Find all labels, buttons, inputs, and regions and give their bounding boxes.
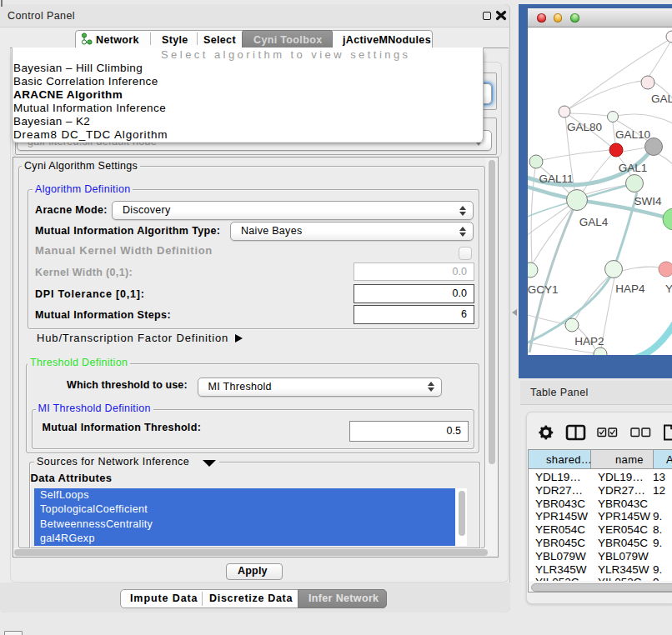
svg-text:GAL1: GAL1 xyxy=(619,162,648,174)
svg-text:GAL11: GAL11 xyxy=(539,172,573,185)
svg-text:HAP4: HAP4 xyxy=(615,282,645,295)
svg-text:GAL10: GAL10 xyxy=(615,128,650,141)
svg-text:HAP2: HAP2 xyxy=(574,335,604,348)
svg-text:GAL7: GAL7 xyxy=(651,92,672,105)
svg-text:GAL4: GAL4 xyxy=(579,216,609,228)
svg-text:SWI4: SWI4 xyxy=(634,195,661,208)
svg-text:GAL80: GAL80 xyxy=(567,121,602,133)
svg-text:Y: Y xyxy=(665,282,672,295)
svg-text:GCY1: GCY1 xyxy=(528,283,558,296)
